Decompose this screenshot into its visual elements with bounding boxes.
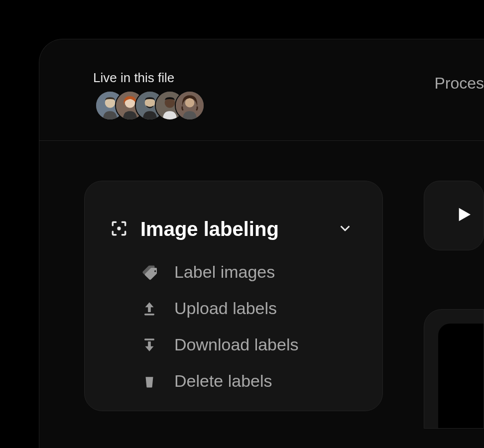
- chevron-down-icon: [338, 221, 353, 238]
- content-area: Image labeling Label images: [39, 141, 484, 429]
- menu-item-label: Upload labels: [174, 299, 277, 318]
- svg-point-9: [185, 98, 195, 108]
- avatar-stack: [93, 91, 205, 120]
- menu-item-label: Download labels: [174, 335, 299, 354]
- image-labeling-panel: Image labeling Label images: [84, 181, 383, 411]
- menu-item-download-labels[interactable]: Download labels: [139, 335, 358, 354]
- menu-item-label: Delete labels: [174, 371, 272, 391]
- panel-title: Image labeling: [140, 218, 326, 240]
- focus-frame-icon: [110, 219, 128, 240]
- app-window: Live in this file Proces: [39, 39, 484, 448]
- play-card[interactable]: [424, 181, 484, 250]
- tag-icon: [139, 263, 159, 281]
- svg-rect-12: [144, 338, 154, 340]
- side-cards: [424, 181, 484, 429]
- preview-inner: [438, 324, 484, 428]
- top-bar: Live in this file Proces: [39, 39, 484, 141]
- download-icon: [139, 336, 159, 353]
- play-icon: [453, 205, 473, 226]
- svg-rect-11: [144, 313, 154, 315]
- menu-item-upload-labels[interactable]: Upload labels: [139, 299, 358, 318]
- preview-card: [424, 309, 484, 429]
- menu-item-label-images[interactable]: Label images: [139, 262, 358, 282]
- svg-point-10: [118, 227, 120, 229]
- panel-header[interactable]: Image labeling: [110, 218, 358, 240]
- avatar[interactable]: [175, 91, 205, 120]
- menu-item-label: Label images: [174, 262, 275, 282]
- menu-list: Label images Upload labels: [110, 262, 358, 391]
- tab-process[interactable]: Proces: [434, 74, 484, 93]
- menu-item-delete-labels[interactable]: Delete labels: [139, 371, 358, 391]
- presence-label: Live in this file: [93, 70, 205, 86]
- upload-icon: [139, 300, 159, 317]
- trash-icon: [139, 373, 159, 390]
- presence-block: Live in this file: [93, 70, 205, 120]
